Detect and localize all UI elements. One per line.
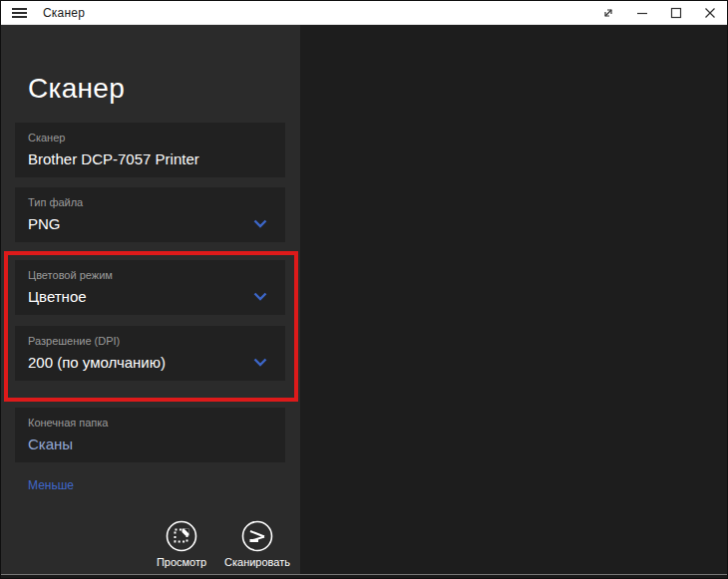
fullscreen-button[interactable]	[591, 1, 625, 25]
color-mode-label: Цветовой режим	[28, 269, 273, 281]
window-bottom-edge	[1, 574, 727, 578]
scan-preview-area	[300, 25, 727, 574]
color-mode-dropdown[interactable]: Цветовой режим Цветное	[15, 260, 285, 315]
chevron-down-icon[interactable]	[253, 219, 267, 228]
color-mode-value: Цветное	[28, 288, 87, 305]
action-bar: Просмотр Сканировать	[147, 520, 292, 568]
page-title: Сканер	[28, 73, 300, 105]
file-type-dropdown[interactable]: Тип файла PNG	[15, 187, 285, 242]
scan-button[interactable]: Сканировать	[222, 520, 292, 568]
window-title: Сканер	[43, 6, 85, 20]
close-icon	[704, 7, 716, 19]
file-type-label: Тип файла	[28, 196, 273, 208]
show-less-link[interactable]: Меньше	[28, 478, 300, 492]
preview-button-label: Просмотр	[157, 556, 206, 568]
preview-button[interactable]: Просмотр	[147, 520, 216, 568]
main-area: Сканер Сканер Brother DCP-7057 Printer Т…	[1, 25, 727, 574]
maximize-icon	[670, 7, 682, 19]
close-button[interactable]	[693, 1, 727, 25]
destination-folder-link[interactable]: Сканы	[28, 435, 73, 452]
diagonal-resize-icon	[602, 7, 614, 19]
titlebar: Сканер	[1, 1, 727, 25]
settings-panel: Сканер Сканер Brother DCP-7057 Printer Т…	[1, 25, 300, 574]
maximize-button[interactable]	[659, 1, 693, 25]
scanner-app-window: Сканер С	[0, 0, 728, 579]
scanner-icon	[241, 520, 273, 552]
chevron-down-icon[interactable]	[253, 358, 267, 367]
destination-folder-field: Конечная папка Сканы	[15, 408, 285, 462]
resolution-dropdown[interactable]: Разрешение (DPI) 200 (по умолчанию)	[15, 326, 285, 381]
hamburger-menu-icon[interactable]	[1, 1, 37, 25]
destination-folder-label: Конечная папка	[28, 417, 273, 429]
scanner-device-value: Brother DCP-7057 Printer	[28, 150, 199, 167]
minimize-icon	[636, 7, 648, 19]
highlighted-settings-group: Цветовой режим Цветное Разрешение (DPI) …	[15, 260, 285, 392]
chevron-down-icon[interactable]	[253, 292, 267, 301]
file-type-value: PNG	[28, 215, 61, 232]
resolution-label: Разрешение (DPI)	[28, 335, 273, 347]
scanner-device-field: Сканер Brother DCP-7057 Printer	[15, 123, 285, 177]
scanner-device-label: Сканер	[28, 132, 273, 144]
preview-icon	[166, 520, 197, 552]
resolution-value: 200 (по умолчанию)	[28, 354, 166, 371]
minimize-button[interactable]	[625, 1, 659, 25]
hamburger-bars	[12, 6, 27, 20]
scan-button-label: Сканировать	[224, 556, 290, 568]
